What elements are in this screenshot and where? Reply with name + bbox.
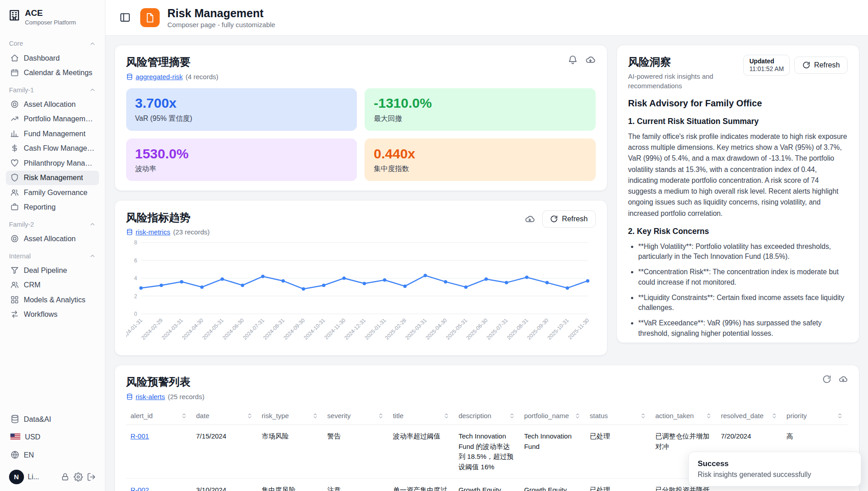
- alert-cell: Growth Equity Portfolio 中单一股票占比达到 28%，超过…: [454, 478, 520, 491]
- metric-value: 1530.0%: [135, 146, 348, 162]
- sidebar-item-asset-allocation[interactable]: Asset Allocation: [6, 231, 100, 246]
- trends-refresh-button[interactable]: Refresh: [542, 210, 596, 228]
- sidebar-item-calendar-meetings[interactable]: Calendar & Meetings: [6, 65, 100, 80]
- sidebar: ACE Composer Platform CoreDashboardCalen…: [0, 0, 105, 491]
- insights-subtitle: AI-powered risk insights and recommendat…: [628, 72, 727, 91]
- refresh-icon[interactable]: [822, 375, 831, 384]
- language-label: EN: [24, 451, 34, 459]
- sidebar-item-label: Asset Allocation: [24, 100, 76, 109]
- column-header-action_taken[interactable]: action_taken: [651, 407, 716, 425]
- column-header-portfolio_name[interactable]: portfolio_name: [520, 407, 585, 425]
- summary-source-link[interactable]: aggregated-risk: [136, 73, 183, 81]
- sort-icon[interactable]: [312, 413, 318, 419]
- us-flag-icon: [10, 434, 21, 440]
- sidebar-item-deal-pipeline[interactable]: Deal Pipeline: [6, 263, 100, 278]
- sidebar-toggle-button[interactable]: [118, 10, 133, 25]
- trends-source-link[interactable]: risk-metrics: [136, 228, 171, 236]
- currency-label: USD: [25, 433, 40, 441]
- column-header-description[interactable]: description: [454, 407, 520, 425]
- column-header-risk_type[interactable]: risk_type: [257, 407, 323, 425]
- sidebar-nav: CoreDashboardCalendar & MeetingsFamily-1…: [6, 34, 100, 408]
- column-header-title[interactable]: title: [389, 407, 454, 425]
- column-label: alert_id: [131, 412, 153, 420]
- column-label: title: [393, 412, 403, 420]
- chevron-up-icon: [89, 221, 96, 228]
- sidebar-item-cash-flow-management[interactable]: Cash Flow Management: [6, 141, 100, 156]
- alert-cell: 已处理: [585, 478, 651, 491]
- alert-cell: 注意: [323, 478, 389, 491]
- column-label: status: [590, 412, 608, 420]
- alert-cell: Growth Equity Portfolio: [520, 478, 585, 491]
- logout-icon[interactable]: [87, 472, 96, 481]
- page-subtitle: Composer page - fully customizable: [167, 21, 275, 29]
- sort-icon[interactable]: [706, 413, 712, 419]
- summary-title: 风险管理摘要: [126, 55, 218, 69]
- svg-text:2025-10-31: 2025-10-31: [546, 317, 570, 341]
- sidebar-item-philanthropy-management[interactable]: Philanthropy Management: [6, 156, 100, 171]
- sidebar-item-models-analytics[interactable]: Models & Analytics: [6, 292, 100, 307]
- sidebar-item-workflows[interactable]: Workflows: [6, 307, 100, 322]
- alert-id-link[interactable]: R-001: [131, 432, 149, 440]
- updated-label: Updated: [749, 58, 784, 65]
- sidebar-item-portfolio-management[interactable]: Portfolio Management: [6, 112, 100, 127]
- column-header-resolved_date[interactable]: resolved_date: [716, 407, 782, 425]
- sort-icon[interactable]: [378, 413, 384, 419]
- sort-icon[interactable]: [443, 413, 450, 419]
- sort-icon[interactable]: [837, 413, 843, 419]
- sort-icon[interactable]: [771, 413, 778, 419]
- metric-label: 波动率: [135, 164, 348, 174]
- sort-icon[interactable]: [574, 413, 581, 419]
- sidebar-item-fund-management[interactable]: Fund Management: [6, 126, 100, 141]
- alert-id-link[interactable]: R-002: [131, 486, 149, 491]
- sidebar-item-label: Workflows: [24, 310, 58, 319]
- calendar-icon: [10, 68, 19, 77]
- section-header-core[interactable]: Core: [6, 34, 100, 51]
- alerts-source-link[interactable]: risk-alerts: [136, 393, 165, 400]
- currency-selector[interactable]: USD: [7, 428, 98, 446]
- sidebar-item-asset-allocation[interactable]: Asset Allocation: [6, 97, 100, 112]
- metric-value: -1310.0%: [374, 95, 586, 111]
- cloud-sync-icon[interactable]: [585, 55, 596, 65]
- data-ai-label: Data&AI: [24, 415, 52, 424]
- notification-bell-icon[interactable]: [568, 55, 578, 65]
- sidebar-item-label: Cash Flow Management: [24, 144, 95, 153]
- section-header-family-2[interactable]: Family-2: [6, 215, 100, 231]
- svg-text:0: 0: [134, 311, 137, 317]
- brand[interactable]: ACE Composer Platform: [6, 7, 100, 34]
- sort-icon[interactable]: [181, 413, 187, 419]
- svg-text:8: 8: [134, 239, 137, 246]
- sidebar-item-dashboard[interactable]: Dashboard: [6, 51, 100, 66]
- column-header-status[interactable]: status: [585, 407, 651, 425]
- section-header-internal[interactable]: Internal: [6, 246, 100, 263]
- main-area: Risk Management Composer page - fully cu…: [105, 0, 868, 491]
- gear-icon[interactable]: [74, 472, 83, 481]
- avatar[interactable]: N: [9, 470, 24, 485]
- column-header-priority[interactable]: priority: [782, 407, 848, 425]
- sidebar-item-family-governance[interactable]: Family Governance: [6, 185, 100, 200]
- summary-card: 风险管理摘要 aggregated-risk (4 records): [114, 45, 607, 191]
- language-selector[interactable]: EN: [7, 446, 98, 464]
- cloud-sync-icon[interactable]: [839, 375, 848, 384]
- alert-cell: 已处理: [585, 425, 651, 479]
- column-header-alert_id[interactable]: alert_id: [126, 407, 192, 425]
- cloud-sync-icon[interactable]: [525, 214, 535, 224]
- sidebar-item-reporting[interactable]: Reporting: [6, 200, 100, 215]
- database-icon: [126, 229, 133, 235]
- insights-title: 风险洞察: [628, 55, 727, 69]
- sort-icon[interactable]: [640, 413, 646, 419]
- sidebar-item-risk-management[interactable]: Risk Management: [6, 171, 100, 186]
- column-header-severity[interactable]: severity: [323, 407, 389, 425]
- section-header-family-1[interactable]: Family-1: [6, 80, 100, 97]
- alert-cell: Tech Innovation Fund: [520, 425, 585, 479]
- toast-notification[interactable]: Success Risk insights generated successf…: [688, 452, 862, 487]
- insights-refresh-button[interactable]: Refresh: [794, 57, 848, 74]
- column-header-date[interactable]: date: [192, 407, 257, 425]
- sort-icon[interactable]: [509, 413, 515, 419]
- data-ai-item[interactable]: Data&AI: [7, 410, 98, 428]
- lock-icon[interactable]: [61, 472, 70, 481]
- sort-icon[interactable]: [247, 413, 253, 419]
- app-window: ACE Composer Platform CoreDashboardCalen…: [0, 0, 868, 491]
- sidebar-item-crm[interactable]: CRM: [6, 278, 100, 293]
- column-label: description: [459, 412, 492, 420]
- dollar-icon: [10, 144, 19, 153]
